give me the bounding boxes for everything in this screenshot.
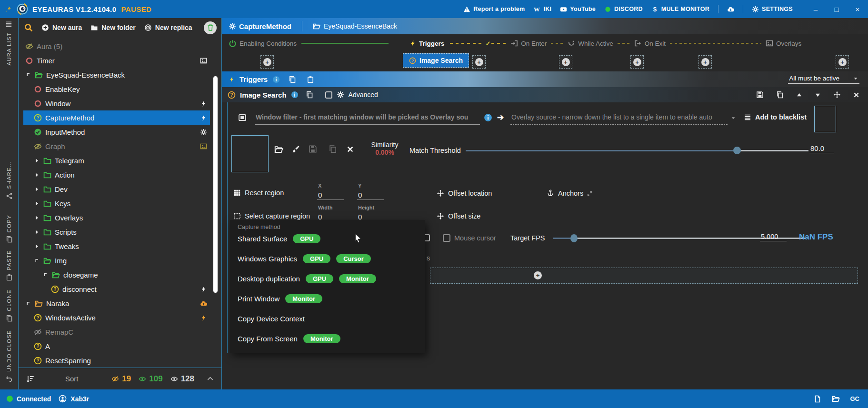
match-threshold-value[interactable] — [809, 144, 834, 153]
titlebar-item-mule-monitor[interactable]: $MULE MONITOR — [651, 6, 709, 13]
tree-item-windowisactive[interactable]: ?WindowIsActive — [23, 310, 210, 325]
offset-size-button[interactable]: Offset size — [437, 212, 480, 220]
titlebar-item-cloud-sync[interactable] — [727, 6, 734, 13]
advanced-label[interactable]: Advanced — [349, 91, 378, 99]
capture-method-option-desktop-duplication[interactable]: Desktop duplicationGPUMonitor — [238, 272, 425, 285]
collapse-arrow-icon[interactable] — [42, 272, 49, 278]
edit-image-icon[interactable] — [291, 145, 300, 153]
save-image-icon[interactable] — [309, 145, 317, 153]
collapse-arrow-icon[interactable] — [34, 258, 40, 264]
copy-image-icon[interactable] — [329, 145, 337, 153]
enabling-conditions-stage[interactable]: Enabling Conditions — [229, 40, 297, 48]
tree-scrollbar[interactable] — [213, 76, 218, 293]
tab-capturemethod[interactable]: CaptureMethod — [229, 22, 291, 30]
save-icon[interactable] — [756, 91, 764, 99]
rail-item-share[interactable]: SHARE... — [0, 161, 18, 199]
info-icon[interactable] — [291, 91, 299, 99]
y-field[interactable] — [357, 190, 384, 200]
tree-item-graph[interactable]: Graph — [23, 139, 210, 153]
rail-menu-icon[interactable] — [5, 20, 12, 28]
titlebar-item-youtube[interactable]: YouTube — [560, 6, 596, 13]
on-exit-stage[interactable]: On Exit — [634, 40, 666, 47]
target-fps-value[interactable] — [760, 232, 787, 241]
gc-button[interactable]: GC — [850, 395, 860, 402]
tree-item-capturemethod[interactable]: ?CaptureMethod — [23, 110, 210, 125]
tree-item-disconnect[interactable]: ?disconnect — [23, 282, 210, 296]
rail-item-copy[interactable]: COPY — [0, 215, 18, 243]
on-enter-stage[interactable]: On Enter — [510, 40, 547, 47]
sort-icon[interactable] — [26, 375, 35, 383]
slider-knob[interactable] — [570, 234, 578, 242]
tree-item-enablekey[interactable]: EnableKey — [23, 82, 210, 96]
drag-handle-icon[interactable] — [833, 91, 841, 99]
copy-icon[interactable] — [306, 91, 313, 99]
slider-knob[interactable] — [733, 147, 741, 154]
tree-item-closegame[interactable]: closegame — [23, 268, 210, 282]
tree-item-timer[interactable]: Timer — [23, 53, 210, 68]
add-trigger-button[interactable]: + — [472, 55, 486, 69]
reset-region-button[interactable]: Reset region — [233, 189, 284, 197]
triggers-stage[interactable]: Triggers — [409, 40, 444, 47]
select-capture-region-button[interactable]: Select capture region — [233, 212, 310, 220]
trigger-policy-select[interactable]: All must be active — [788, 75, 859, 84]
collapse-arrow-icon[interactable] — [25, 72, 31, 78]
titlebar-item-wiki[interactable]: WIKI — [533, 6, 551, 13]
mouse-cursor-checkbox[interactable] — [443, 234, 450, 242]
plus-icon[interactable]: + — [534, 271, 542, 279]
tree-item-inputmethod[interactable]: InputMethod — [23, 125, 210, 139]
x-field[interactable] — [317, 190, 344, 200]
tree-item-action[interactable]: Action — [23, 168, 210, 182]
tree-item-img[interactable]: Img — [23, 253, 210, 268]
capture-method-option-copy-from-screen[interactable]: Copy From ScreenMonitor — [238, 332, 425, 345]
image-search-trigger-chip[interactable]: ? Image Search — [403, 53, 469, 68]
add-overlay-button[interactable]: + — [836, 55, 849, 69]
blacklist-preview-box[interactable] — [814, 106, 836, 132]
tab-folder[interactable]: EyeSquad-EssenceBack — [313, 22, 397, 30]
close-button[interactable]: × — [847, 5, 868, 13]
capture-method-option-copy-device-context[interactable]: Copy Device Context — [238, 312, 425, 325]
advanced-checkbox[interactable] — [325, 91, 332, 99]
expand-arrow-icon[interactable] — [34, 243, 40, 249]
clear-image-icon[interactable] — [347, 146, 354, 153]
capture-method-option-shared-surface[interactable]: Shared SurfaceGPU — [238, 232, 425, 245]
duplicate-icon[interactable] — [776, 91, 784, 99]
while-active-stage[interactable]: While Active — [568, 40, 613, 47]
tree-item-overlays[interactable]: Overlays — [23, 210, 210, 225]
move-up-icon[interactable] — [796, 92, 802, 98]
tree-item-eyesquad-essenceback[interactable]: EyeSquad-EssenceBack — [23, 68, 210, 82]
tree-item-window[interactable]: Window — [23, 96, 210, 110]
rail-item-clone[interactable]: CLONE — [0, 289, 18, 322]
minimize-button[interactable]: – — [805, 5, 826, 13]
rail-item-aura-list[interactable]: AURA LIST — [0, 32, 18, 66]
log-file-icon[interactable] — [814, 395, 821, 403]
chevron-down-icon[interactable] — [730, 115, 736, 121]
expand-arrow-icon[interactable] — [34, 200, 40, 207]
new-aura-button[interactable]: New aura — [41, 24, 82, 31]
copy-icon[interactable] — [289, 76, 296, 83]
tree-item-resetsparring[interactable]: ?ResetSparring — [23, 353, 210, 368]
add-on-enter-button[interactable]: + — [559, 55, 572, 69]
close-icon[interactable] — [853, 92, 859, 98]
tree-item-scripts[interactable]: Scripts — [23, 225, 210, 239]
tree-item-tweaks[interactable]: Tweaks — [23, 239, 210, 253]
new-replica-button[interactable]: New replica — [144, 24, 192, 31]
tree-item-telegram[interactable]: Telegram — [23, 153, 210, 168]
open-folder-icon[interactable] — [832, 395, 840, 403]
overlay-source-input[interactable] — [510, 109, 728, 125]
info-icon[interactable] — [272, 76, 280, 83]
titlebar-item-settings[interactable]: SETTINGS — [752, 6, 793, 13]
collapse-arrow-icon[interactable] — [25, 300, 31, 307]
move-down-icon[interactable] — [815, 92, 821, 98]
expand-arrow-icon[interactable] — [34, 215, 40, 221]
info-icon[interactable] — [484, 113, 492, 122]
trash-bin-button[interactable] — [204, 21, 217, 34]
collapse-panel-icon[interactable] — [207, 375, 214, 382]
tree-item-dev[interactable]: Dev — [23, 182, 210, 196]
image-preview-box[interactable] — [231, 135, 269, 172]
window-filter-input[interactable] — [255, 109, 480, 125]
expand-arrow-icon[interactable] — [34, 186, 40, 192]
match-threshold-slider[interactable] — [466, 150, 808, 151]
titlebar-item-discord[interactable]: DISCORD — [604, 6, 643, 13]
sort-label[interactable]: Sort — [65, 375, 79, 383]
tree-item-aura-5-[interactable]: Aura (5) — [23, 39, 210, 53]
